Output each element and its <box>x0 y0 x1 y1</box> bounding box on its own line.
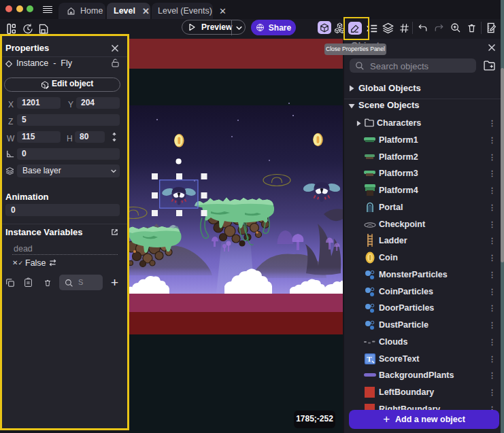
svg-text:T: T <box>367 355 372 363</box>
